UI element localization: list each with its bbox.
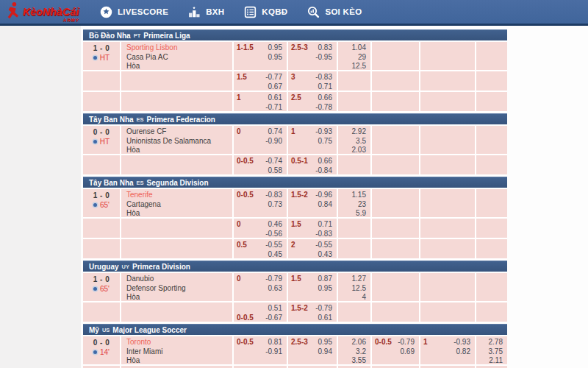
- odds-handicap: 1.5: [291, 220, 301, 230]
- team-home[interactable]: Danubio: [126, 275, 232, 284]
- country-code: UY: [122, 263, 129, 270]
- odds-handicap: 1: [423, 338, 428, 347]
- over-under-cell: 2.50.66-0.78: [288, 92, 338, 111]
- over-under-cell: 1.5-2-0.960.84: [288, 189, 338, 217]
- odds-row[interactable]: 00.46-0.561.50.71-0.83: [83, 219, 507, 239]
- 1x2-cell: [338, 92, 372, 111]
- over-under-2h-cell: 1-0.930.82: [420, 336, 476, 364]
- handicap-2h-cell: [372, 219, 420, 238]
- odds-handicap: 2.5: [291, 93, 301, 103]
- odds-row[interactable]: 0.510-0.5-0.671.5-2-0.790.61: [83, 302, 507, 323]
- match-score: 0 - 0: [83, 338, 120, 347]
- odds-line: 1.5-2-0.96: [291, 191, 332, 200]
- site-logo[interactable]: KèoNhàCái ARMY: [4, 1, 90, 22]
- team-home[interactable]: Sporting Lisbon: [126, 43, 232, 53]
- odds-line: 1-1.50.95: [237, 43, 282, 53]
- team-home[interactable]: Ourense CF: [126, 127, 232, 137]
- team-away[interactable]: Inter Miami: [126, 347, 232, 357]
- odds-line: 00.46: [237, 220, 282, 230]
- odds-line: 10.61: [237, 93, 282, 103]
- handicap-2h-cell: [372, 239, 420, 258]
- team-draw[interactable]: Hòa: [126, 62, 232, 70]
- league-name: Primera Federacion: [147, 116, 215, 124]
- team-away[interactable]: Unionistas De Salamanca: [126, 137, 232, 146]
- team-home[interactable]: Tenerife: [126, 191, 232, 200]
- nav-item-livescore[interactable]: LIVESCORE: [100, 6, 168, 18]
- 1x2-cell: [338, 155, 372, 174]
- match-score: 0 - 0: [83, 127, 120, 137]
- league-section: Bồ Đào NhaPTPrimeira Liga1 - 0HTSporting…: [83, 29, 588, 113]
- team-away[interactable]: Defensor Sporting: [126, 284, 232, 294]
- 1x2-2h-cell: [476, 219, 507, 238]
- team-draw[interactable]: Hòa: [126, 146, 232, 154]
- score-cell: [83, 155, 121, 174]
- odds-line: 0.84: [291, 200, 332, 210]
- odds-line: -0.56: [237, 230, 282, 238]
- odds-value: 0.66: [318, 157, 332, 166]
- odds-line: 0.5-10.66: [291, 157, 332, 166]
- team-draw[interactable]: Hòa: [126, 209, 232, 217]
- match-row[interactable]: 1 - 0HTSporting LisbonCasa Pia ACHòa1-1.…: [83, 42, 507, 71]
- nav-item-kqbd[interactable]: KQBĐ: [244, 6, 287, 18]
- over-under-2h-cell: [420, 219, 476, 238]
- live-minute: HT: [100, 137, 110, 146]
- teams-cell: Sporting LisbonCasa Pia ACHòa: [121, 42, 234, 70]
- match-row[interactable]: 0 - 0HTOurense CFUnionistas De Salamanca…: [83, 126, 507, 155]
- odds-value: -0.83: [265, 191, 282, 200]
- nav-item-label: KQBĐ: [262, 7, 287, 16]
- odds-line: 0.69: [375, 347, 415, 357]
- over-under-2h-cell: [420, 92, 476, 111]
- odds-row[interactable]: 0.5-0.550.452-0.550.43: [83, 239, 507, 260]
- odds-row[interactable]: 0-0.5-0.740.580.5-10.66-0.84: [83, 155, 507, 176]
- odds-value: 2.06: [341, 338, 366, 347]
- match-row[interactable]: 1 - 065'TenerifeCartagenaHòa0-0.5-0.830.…: [83, 189, 507, 219]
- league-header[interactable]: MỹUSMajor League Soccer: [83, 324, 507, 335]
- over-under-cell: 2.5-30.83-0.95: [288, 42, 338, 70]
- odds-value: 5.9: [341, 209, 366, 217]
- odds-value: 0.61: [318, 314, 332, 322]
- league-header[interactable]: Bồ Đào NhaPTPrimeira Liga: [83, 29, 507, 40]
- team-draw[interactable]: Hòa: [126, 356, 232, 364]
- odds-line: -0.83: [291, 230, 332, 238]
- odds-value: -0.55: [315, 241, 332, 250]
- odds-handicap: 0-0.5: [237, 338, 254, 347]
- teams-cell: [121, 71, 234, 91]
- odds-value: 0.61: [268, 93, 282, 103]
- match-time: 65': [83, 200, 120, 210]
- odds-line: 0.73: [237, 200, 282, 210]
- odds-value: 0.58: [268, 166, 282, 175]
- odds-value: -0.90: [265, 137, 282, 146]
- nav-item-soikeo[interactable]: SOI KÈO: [307, 6, 362, 18]
- 1x2-2h-cell: [476, 126, 507, 154]
- league-name: Primeira Liga: [143, 32, 190, 40]
- nav-item-label: BXH: [206, 7, 224, 16]
- handicap-2h-cell: [372, 92, 420, 111]
- team-away[interactable]: Cartagena: [126, 200, 232, 210]
- odds-line: 2.5-30.83: [291, 43, 332, 53]
- over-under-2h-cell: [420, 42, 476, 70]
- teams-cell: Ourense CFUnionistas De SalamancaHòa: [121, 126, 234, 154]
- match-time: 65': [83, 284, 120, 294]
- odds-handicap: 2.5-3: [291, 338, 308, 347]
- league-header[interactable]: UruguayUYPrimera Division: [83, 261, 507, 272]
- nav-item-bxh[interactable]: BXH: [188, 6, 224, 18]
- team-draw[interactable]: Hòa: [126, 293, 232, 301]
- odds-row[interactable]: 1.5-0.770.673-0.830.71: [83, 71, 507, 92]
- match-row[interactable]: 0 - 014'TorontoInter MiamiHòa0-0.50.81-0…: [83, 336, 507, 366]
- handicap-cell: 0-0.5-0.830.73: [234, 189, 288, 217]
- odds-handicap: 1.5: [237, 73, 247, 82]
- odds-handicap: 1.5-2: [291, 304, 308, 314]
- team-home[interactable]: Toronto: [126, 338, 232, 347]
- team-away[interactable]: Casa Pia AC: [126, 53, 232, 63]
- over-under-2h-cell: [420, 273, 476, 301]
- odds-row[interactable]: 10.61-0.712.50.66-0.78: [83, 92, 507, 113]
- handicap-cell: 0-0.790.63: [234, 273, 288, 301]
- league-header[interactable]: Tây Ban NhaESPrimera Federacion: [83, 113, 507, 124]
- odds-handicap: 2.5-3: [291, 43, 308, 53]
- match-row[interactable]: 1 - 065'DanubioDefensor SportingHòa0-0.7…: [83, 273, 507, 302]
- league-header[interactable]: Tây Ban NhaESSegunda Division: [83, 177, 507, 188]
- handicap-2h-cell: [372, 126, 420, 154]
- teams-cell: [121, 302, 234, 322]
- nav-item-label: SOI KÈO: [325, 7, 362, 16]
- odds-line: 1.50.87: [291, 275, 332, 284]
